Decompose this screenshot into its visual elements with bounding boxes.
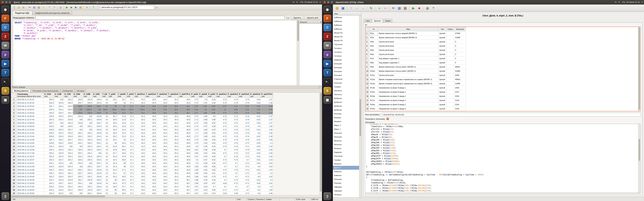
grid-cell[interactable]: 226 (73, 118, 83, 121)
launcher-pidgin-icon[interactable]: p (2, 51, 9, 58)
grid-cell[interactable]: 4.63 (250, 98, 261, 101)
grid-row-number[interactable]: 18 (11, 155, 17, 158)
grid-cell[interactable]: 4.71 (238, 141, 250, 145)
io-column-header[interactable]: Тип (438, 27, 446, 31)
grid-cell[interactable]: 4.74 (238, 111, 250, 115)
io-cell-name[interactable]: Группа регистров (378, 48, 438, 52)
grid-cell[interactable]: 4.74 (227, 131, 238, 135)
pgadmin-new-query-icon[interactable]: ▯ (12, 5, 16, 9)
io-cell-name[interactable]: Напряжение на фазе А ввода 2 (378, 98, 438, 103)
tree-item[interactable]: Гатчинск (333, 46, 359, 50)
grid-cell[interactable]: 49.8 (178, 135, 191, 138)
grid-cell[interactable]: 14 (102, 125, 108, 128)
io-cell-name[interactable]: Напряжение на фазе С ввода 1 (378, 94, 438, 98)
grid-cell[interactable]: 1.52 (261, 175, 273, 178)
grid-cell[interactable]: 14 (102, 165, 108, 168)
io-cell-id[interactable]: R6w (369, 52, 378, 56)
grid-cell[interactable]: 2015-06-11 21:07:44 (17, 118, 44, 121)
session-menu-icon[interactable]: ▾ (642, 1, 643, 3)
tree-item[interactable]: Блохина (333, 112, 359, 116)
node-tab-2[interactable]: Данные (372, 19, 383, 22)
grid-cell[interactable]: 1.44 (261, 145, 273, 148)
grid-cell[interactable]: 223.4 (54, 172, 64, 175)
grid-cell[interactable]: 4.72 (216, 138, 227, 141)
grid-cell[interactable]: 49.8 (178, 158, 191, 162)
grid-cell[interactable]: 24.5 (134, 172, 145, 175)
scratchpad-body[interactable] (299, 24, 322, 85)
tree-item[interactable]: Большая (333, 73, 359, 77)
grid-cell[interactable]: 14 (102, 168, 108, 172)
io-cell-name[interactable]: Напряжение на фазе С ввода 2 (378, 107, 438, 111)
grid-cell[interactable]: 225.4 (44, 101, 54, 105)
grid-cell[interactable]: 64.4 (118, 141, 126, 145)
grid-cell[interactable]: 224.9 (64, 178, 73, 182)
grid-cell[interactable]: 4.71 (216, 188, 227, 192)
grid-cell[interactable]: 4.71 (238, 165, 250, 168)
tree-item[interactable]: Добролю (333, 96, 359, 100)
grid-cell[interactable]: 25.4 (168, 175, 178, 178)
grid-row-number[interactable]: 20 (11, 162, 17, 165)
grid-cell[interactable]: 4.71 (227, 115, 238, 118)
io-cell-type[interactable]: Целый (438, 86, 446, 90)
grid-cell[interactable]: 69.3 (118, 192, 126, 195)
grid-cell[interactable]: 2015-06-11 21:12:44 (17, 135, 44, 138)
grid-cell[interactable]: 85 (108, 188, 118, 192)
grid-cell[interactable]: 223.6 (54, 185, 64, 188)
grid-cell[interactable]: 27.1 (126, 138, 134, 141)
grid-cell[interactable]: 24.5 (146, 125, 156, 128)
grid-cell[interactable]: 24.5 (146, 98, 156, 101)
grid-cell[interactable]: 1.4 (261, 141, 273, 145)
grid-cell[interactable]: 24.5 (146, 128, 156, 131)
grid-cell[interactable]: 51.8 (118, 121, 126, 125)
grid-cell[interactable]: 24.5 (146, 168, 156, 172)
grid-cell[interactable]: 226 (73, 125, 83, 128)
grid-cell[interactable]: 52 (118, 101, 126, 105)
grid-cell[interactable]: 24.5 (134, 188, 145, 192)
grid-cell[interactable]: 225.7 (64, 138, 73, 141)
io-cell-value[interactable]: 21886 (454, 69, 466, 73)
grid-cell[interactable]: 2.87 (191, 192, 198, 195)
grid-cell[interactable]: 24.6 (146, 188, 156, 192)
launcher-terminal-icon[interactable]: >_ (324, 78, 331, 86)
grid-cell[interactable]: 2015-06-11 21:23:48 (17, 172, 44, 175)
grid-cell[interactable]: 24.4 (156, 141, 168, 145)
program-code-hscrollbar[interactable] (365, 193, 640, 195)
grid-cell[interactable]: 24.4 (156, 165, 168, 168)
grid-cell[interactable]: 27.1 (126, 158, 134, 162)
grid-cell[interactable]: 223.5 (54, 148, 64, 151)
grid-cell[interactable]: 4.72 (216, 145, 227, 148)
pgadmin-open-file-icon[interactable]: ▤ (17, 5, 21, 9)
grid-cell[interactable]: 2.71 (191, 111, 198, 115)
grid-cell[interactable]: 2.8 (191, 145, 198, 148)
grid-cell[interactable]: 51.9 (118, 111, 126, 115)
io-cell-type[interactable]: Целый (438, 98, 446, 103)
grid-cell[interactable]: 2.75 (191, 141, 198, 145)
grid-cell[interactable]: 4.6 (208, 115, 216, 118)
grid-cell[interactable]: 4.72 (216, 131, 227, 135)
grid-cell[interactable]: 224.1 (93, 141, 102, 145)
io-cell-value[interactable]: 21886 (454, 35, 466, 40)
grid-cell[interactable]: 224.2 (54, 141, 64, 145)
grid-cell[interactable]: 225 (64, 192, 73, 195)
grid-cell[interactable]: 25.4 (168, 115, 178, 118)
qtcfg-start-icon[interactable]: ▶ (411, 6, 416, 11)
grid-cell[interactable]: 2015-06-11 21:11:44 (17, 131, 44, 135)
grid-cell[interactable]: 2.98 (199, 148, 208, 151)
io-cell-id[interactable]: R16w (369, 94, 378, 98)
grid-cell[interactable]: 225.7 (73, 172, 83, 175)
grid-cell[interactable]: 225.8 (44, 135, 54, 138)
grid-column-header[interactable]: T_obrKOv1real (134, 93, 145, 98)
grid-cell[interactable]: 225.7 (44, 121, 54, 125)
grid-cell[interactable]: 1.36 (261, 131, 273, 135)
grid-cell[interactable]: 27.1 (126, 178, 134, 182)
grid-cell[interactable]: 225.7 (73, 178, 83, 182)
editor-tab-2[interactable]: Графический конструктор запросов (32, 11, 72, 15)
grid-cell[interactable]: 226.1 (83, 131, 93, 135)
output-panel-close-icon[interactable]: ✕ (319, 86, 321, 88)
io-column-header[interactable]: Id (369, 27, 378, 31)
grid-cell[interactable]: 24.3 (156, 118, 168, 121)
grid-cell[interactable]: 25.4 (168, 192, 178, 195)
pgadmin-undo-icon[interactable]: ↶ (48, 5, 52, 9)
io-column-header[interactable]: Связь (446, 27, 454, 31)
grid-cell[interactable]: 14 (102, 188, 108, 192)
